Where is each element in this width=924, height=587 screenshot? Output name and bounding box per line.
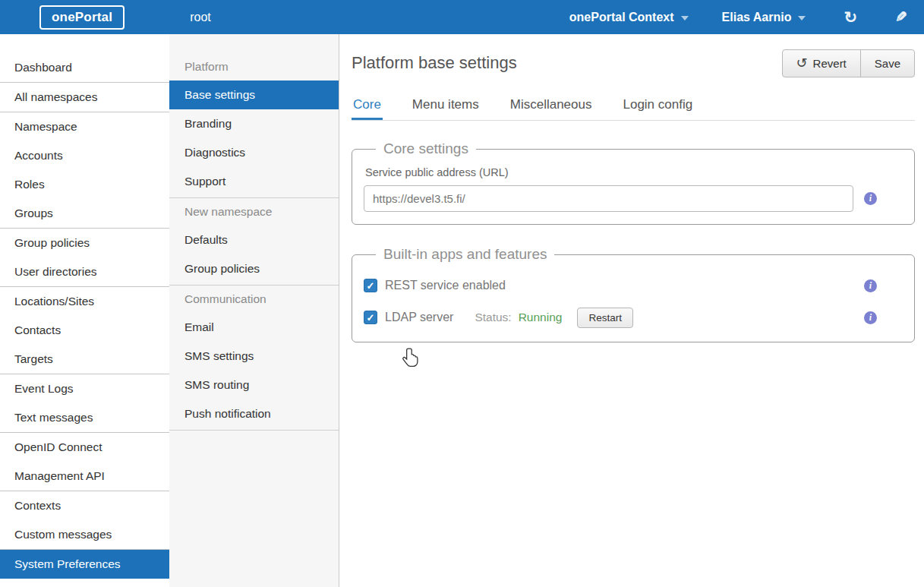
ldap-status-label: Status: (475, 311, 511, 324)
main-header: Platform base settings ↺ Revert Save (352, 46, 915, 80)
subnav-header-new-namespace: New namespace (169, 198, 339, 226)
sidebar-item-openid-connect[interactable]: OpenID Connect (0, 433, 169, 462)
user-menu[interactable]: Elias Aarnio (722, 11, 806, 24)
app-root: onePortal root onePortal Context Elias A… (0, 0, 924, 587)
builtin-apps-fieldset: Built-in apps and features ✓ REST servic… (352, 246, 915, 342)
sidebar-group: OpenID Connect Management API (0, 433, 169, 491)
topbar: onePortal root onePortal Context Elias A… (0, 0, 924, 34)
subnav-item-base-settings[interactable]: Base settings (169, 80, 339, 109)
sidebar-item-groups[interactable]: Groups (0, 199, 169, 228)
tab-login-config[interactable]: Login config (621, 90, 694, 120)
settings-tabs: Core Menu items Miscellaneous Login conf… (352, 90, 915, 121)
sidebar-item-locations-sites[interactable]: Locations/Sites (0, 287, 169, 316)
sidebar-item-system-preferences[interactable]: System Preferences (0, 550, 169, 579)
subnav-section-platform: Platform Base settings Branding Diagnost… (169, 53, 339, 198)
rest-service-checkbox[interactable]: ✓ (364, 279, 377, 292)
logo-text: onePortal (52, 10, 112, 24)
chevron-down-icon (681, 16, 689, 21)
tab-menu-items[interactable]: Menu items (411, 90, 481, 120)
save-button-label: Save (875, 57, 900, 70)
tab-miscellaneous[interactable]: Miscellaneous (509, 90, 594, 120)
refresh-icon[interactable]: ↻ (844, 9, 857, 25)
current-namespace: root (190, 11, 211, 24)
main-content: Platform base settings ↺ Revert Save Cor… (339, 34, 924, 587)
sidebar-item-targets[interactable]: Targets (0, 345, 169, 374)
sidebar-group: Group policies User directories (0, 229, 169, 287)
subnav-item-defaults[interactable]: Defaults (169, 226, 339, 254)
sidebar-item-management-api[interactable]: Management API (0, 462, 169, 491)
context-selector[interactable]: onePortal Context (569, 11, 689, 24)
oneportal-logo[interactable]: onePortal (39, 5, 125, 30)
sidebar-group: Event Logs Text messages (0, 374, 169, 433)
revert-button[interactable]: ↺ Revert (782, 49, 861, 77)
sidebar-item-namespace[interactable]: Namespace (0, 112, 169, 141)
sidebar-item-contexts[interactable]: Contexts (0, 491, 169, 520)
revert-button-label: Revert (813, 57, 847, 70)
core-settings-fieldset: Core settings Service public address (UR… (352, 140, 915, 225)
subnav-header-communication: Communication (169, 286, 339, 313)
service-url-row: i (364, 185, 903, 212)
subnav-item-group-policies[interactable]: Group policies (169, 254, 339, 283)
sidebar-item-user-directories[interactable]: User directories (0, 257, 169, 286)
page-title: Platform base settings (352, 53, 517, 73)
sidebar-item-roles[interactable]: Roles (0, 170, 169, 199)
sidebar-group: Dashboard (0, 53, 169, 83)
service-url-label: Service public address (URL) (365, 166, 901, 178)
edit-icon[interactable]: ✎ (895, 10, 907, 24)
context-selector-label: onePortal Context (569, 11, 674, 24)
subnav-item-sms-routing[interactable]: SMS routing (169, 371, 339, 399)
sidebar-group: Contexts Custom messages (0, 491, 169, 550)
subnav-item-branding[interactable]: Branding (169, 109, 339, 138)
chevron-down-icon (798, 16, 806, 21)
sidebar-group: All namespaces (0, 83, 169, 112)
user-name: Elias Aarnio (722, 11, 792, 24)
sidebar-item-custom-messages[interactable]: Custom messages (0, 520, 169, 549)
sidebar-item-all-namespaces[interactable]: All namespaces (0, 83, 169, 112)
sidebar: Dashboard All namespaces Namespace Accou… (0, 34, 169, 587)
subnav-header-platform: Platform (169, 53, 339, 80)
sidebar-item-contacts[interactable]: Contacts (0, 316, 169, 345)
ldap-server-checkbox[interactable]: ✓ (364, 311, 377, 324)
rest-service-row: ✓ REST service enabled i (364, 272, 903, 299)
info-icon[interactable]: i (864, 192, 877, 205)
subnav-item-sms-settings[interactable]: SMS settings (169, 342, 339, 371)
hand-cursor-icon (402, 348, 420, 368)
settings-subnav: Platform Base settings Branding Diagnost… (169, 34, 339, 587)
subnav-section-communication: Communication Email SMS settings SMS rou… (169, 286, 339, 431)
sidebar-group: Locations/Sites Contacts Targets (0, 287, 169, 374)
sidebar-item-event-logs[interactable]: Event Logs (0, 374, 169, 403)
sidebar-item-dashboard[interactable]: Dashboard (0, 53, 169, 82)
body-columns: Dashboard All namespaces Namespace Accou… (0, 34, 924, 587)
subnav-item-email[interactable]: Email (169, 313, 339, 342)
save-button[interactable]: Save (860, 49, 915, 77)
service-url-input[interactable] (364, 185, 853, 212)
ldap-restart-button[interactable]: Restart (577, 308, 633, 328)
core-settings-legend: Core settings (376, 140, 476, 157)
ldap-server-label: LDAP server (385, 311, 453, 324)
sidebar-group: Namespace Accounts Roles Groups (0, 112, 169, 229)
revert-icon: ↺ (796, 55, 808, 71)
rest-service-label: REST service enabled (385, 279, 506, 292)
sidebar-item-text-messages[interactable]: Text messages (0, 403, 169, 432)
tab-core[interactable]: Core (352, 90, 383, 120)
sidebar-item-accounts[interactable]: Accounts (0, 141, 169, 170)
subnav-item-support[interactable]: Support (169, 167, 339, 196)
ldap-status-value: Running (519, 311, 563, 324)
subnav-item-diagnostics[interactable]: Diagnostics (169, 138, 339, 167)
subnav-section-new-namespace: New namespace Defaults Group policies (169, 198, 339, 286)
ldap-server-row: ✓ LDAP server Status: Running Restart i (364, 304, 903, 331)
sidebar-item-group-policies[interactable]: Group policies (0, 229, 169, 257)
builtin-apps-legend: Built-in apps and features (376, 246, 554, 263)
info-icon[interactable]: i (864, 311, 877, 324)
action-button-group: ↺ Revert Save (782, 49, 915, 77)
info-icon[interactable]: i (864, 279, 877, 292)
subnav-item-push-notification[interactable]: Push notification (169, 399, 339, 428)
